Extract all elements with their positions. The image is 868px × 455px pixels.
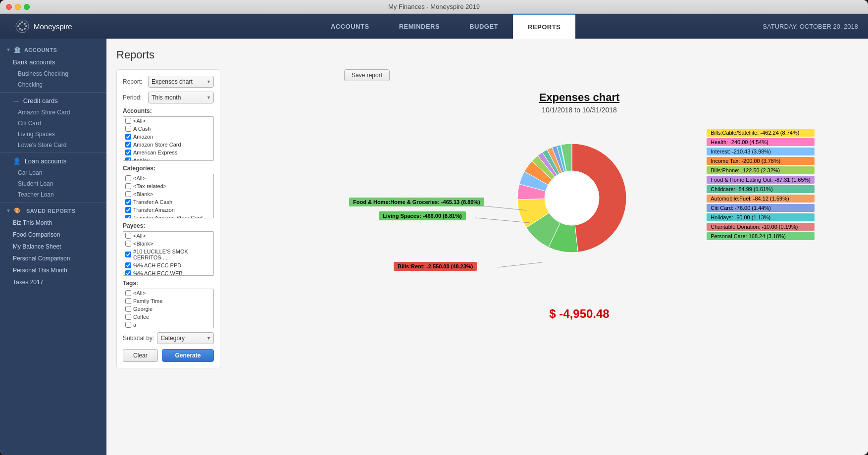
subtotal-select[interactable]: Category xyxy=(157,332,214,344)
tab-reminders[interactable]: REMINDERS xyxy=(384,14,455,39)
account-american-express[interactable]: American Express xyxy=(123,149,213,156)
payee-ach-ecc-web[interactable]: %% ACH ECC WEB xyxy=(123,269,213,276)
cat-blank[interactable]: <Blank> xyxy=(123,190,213,198)
tab-reports[interactable]: REPORTS xyxy=(513,14,575,39)
sidebar-item-bank-accounts[interactable]: Bank accounts xyxy=(0,56,106,68)
cat-transfer-amazon[interactable]: Transfer:Amazon xyxy=(123,206,213,214)
sidebar-item-lowes-store-card[interactable]: Lowe's Store Card xyxy=(0,140,106,151)
svg-point-5 xyxy=(21,29,23,31)
svg-point-9 xyxy=(546,172,598,224)
sidebar-saved-personal-this-month[interactable]: Personal This Month xyxy=(0,264,106,276)
legend-bills-phone: Bills:Phone: -122.50 (2.32%) xyxy=(707,166,815,174)
payee-lucilles-checkbox[interactable] xyxy=(125,252,131,257)
payee-ach-ecc-ppd[interactable]: %% ACH ECC PPD xyxy=(123,261,213,269)
sidebar-item-amazon-store-card[interactable]: Amazon Store Card xyxy=(0,107,106,118)
sidebar-accounts-header[interactable]: ▼ 🏦 ACCOUNTS xyxy=(0,44,106,56)
cat-all[interactable]: <All> xyxy=(123,174,213,182)
chart-date-range: 10/1/2018 to 10/31/2018 xyxy=(542,106,617,114)
tag-georgie[interactable]: Georgie xyxy=(123,305,213,313)
cat-tax-related-checkbox[interactable] xyxy=(125,183,131,189)
tag-georgie-checkbox[interactable] xyxy=(125,306,131,312)
categories-list-box[interactable]: <All> <Tax-related> <Blank> Transfe xyxy=(123,174,214,218)
account-all[interactable]: <All> xyxy=(123,117,213,125)
tag-all[interactable]: <All> xyxy=(123,289,213,297)
account-ashley[interactable]: Ashley xyxy=(123,156,213,161)
generate-button[interactable]: Generate xyxy=(162,349,214,362)
svg-point-1 xyxy=(19,23,21,25)
cat-transfer-a-cash[interactable]: Transfer:A Cash xyxy=(123,198,213,206)
sidebar-item-living-spaces[interactable]: Living Spaces xyxy=(0,129,106,140)
subtotal-select-wrapper[interactable]: Category xyxy=(157,332,214,344)
sidebar-saved-my-balance-sheet[interactable]: My Balance Sheet xyxy=(0,241,106,253)
minimize-button[interactable] xyxy=(15,4,21,10)
sidebar-item-checking[interactable]: Checking xyxy=(0,79,106,90)
logo-area: Moneyspire xyxy=(15,19,114,34)
tag-a-checkbox[interactable] xyxy=(125,322,131,328)
legend-automobile-fuel: Automobile:Fuel: -84.12 (1.59%) xyxy=(707,195,815,202)
account-amazon-checkbox[interactable] xyxy=(125,134,131,140)
account-amazon-store-card-checkbox[interactable] xyxy=(125,142,131,148)
tags-list-box[interactable]: <All> Family Time Georgie Coffee xyxy=(123,289,214,328)
saved-reports-icon: 🎨 xyxy=(14,207,21,214)
legend-interest: Interest: -210.43 (3.98%) xyxy=(707,148,815,155)
payee-ach-ecc-ppd-checkbox[interactable] xyxy=(125,262,131,268)
payee-ach-ecc-web-checkbox[interactable] xyxy=(125,270,131,276)
account-amazon[interactable]: Amazon xyxy=(123,133,213,141)
payee-all[interactable]: <All> xyxy=(123,232,213,240)
close-button[interactable] xyxy=(6,4,12,10)
account-all-checkbox[interactable] xyxy=(125,118,131,124)
tag-coffee-checkbox[interactable] xyxy=(125,314,131,320)
app-window: My Finances - Moneyspire 2019 Moneyspire… xyxy=(0,0,868,455)
legend-citi-card: Citi Card: -76.00 (1.44%) xyxy=(707,204,815,212)
account-amazon-store-card[interactable]: Amazon Store Card xyxy=(123,141,213,149)
sidebar-saved-personal-comparison[interactable]: Personal Comparison xyxy=(0,253,106,264)
tag-all-checkbox[interactable] xyxy=(125,290,131,296)
sidebar-item-business-checking[interactable]: Business Checking xyxy=(0,68,106,79)
cat-blank-checkbox[interactable] xyxy=(125,191,131,197)
report-select[interactable]: Expenses chart xyxy=(148,76,214,88)
legend-childcare: Childcare: -84.99 (1.61%) xyxy=(707,185,815,193)
cat-tax-related[interactable]: <Tax-related> xyxy=(123,182,213,190)
sidebar-item-credit-cards-header[interactable]: — Credit cards xyxy=(0,95,106,107)
cat-all-checkbox[interactable] xyxy=(125,175,131,181)
sidebar-saved-biz-this-month[interactable]: Biz This Month xyxy=(0,217,106,229)
sidebar-item-student-loan[interactable]: Student Loan xyxy=(0,178,106,189)
tab-accounts[interactable]: ACCOUNTS xyxy=(316,14,384,39)
payee-lucilles[interactable]: #10 LUCILLE'S SMOK CERRITOS ... xyxy=(123,248,213,261)
subtotal-row: Subtotal by: Category xyxy=(123,332,214,344)
tab-budget[interactable]: BUDGET xyxy=(455,14,513,39)
clear-button[interactable]: Clear xyxy=(123,349,158,362)
account-ashley-checkbox[interactable] xyxy=(125,157,131,161)
tag-family-time-checkbox[interactable] xyxy=(125,298,131,304)
account-a-cash-checkbox[interactable] xyxy=(125,126,131,132)
sidebar-item-teacher-loan[interactable]: Teacher Loan xyxy=(0,189,106,200)
sidebar-item-car-loan[interactable]: Car Loan xyxy=(0,167,106,178)
tag-a[interactable]: a xyxy=(123,321,213,328)
cat-transfer-amazon-store-card[interactable]: Transfer:Amazon Store Card xyxy=(123,214,213,218)
cat-transfer-a-cash-checkbox[interactable] xyxy=(125,199,131,205)
sidebar-item-citi-card[interactable]: Citi Card xyxy=(0,118,106,129)
sidebar-saved-taxes-2017[interactable]: Taxes 2017 xyxy=(0,276,106,288)
sidebar-saved-reports-header[interactable]: ▼ 🎨 SAVED REPORTS xyxy=(0,204,106,217)
tag-family-time[interactable]: Family Time xyxy=(123,297,213,305)
sidebar-item-loan-accounts-header[interactable]: 👤 Loan accounts xyxy=(0,155,106,167)
payee-all-checkbox[interactable] xyxy=(125,233,131,239)
payee-blank[interactable]: <Blank> xyxy=(123,240,213,248)
period-select-wrapper[interactable]: This month xyxy=(148,92,214,103)
period-select[interactable]: This month xyxy=(148,92,214,103)
save-report-button[interactable]: Save report xyxy=(344,69,390,81)
accounts-list-box[interactable]: <All> A Cash Amazon Amazon Store Ca xyxy=(123,116,214,161)
account-a-cash[interactable]: A Cash xyxy=(123,125,213,133)
account-american-express-checkbox[interactable] xyxy=(125,150,131,155)
legend-food-eating-out: Food & Home:Eating Out: -87.31 (1.65%) xyxy=(707,176,815,184)
period-control-row: Period: This month xyxy=(123,92,214,103)
maximize-button[interactable] xyxy=(24,4,30,10)
report-select-wrapper[interactable]: Expenses chart xyxy=(148,76,214,88)
payees-list-box[interactable]: <All> <Blank> #10 LUCILLE'S SMOK CERRITO… xyxy=(123,231,214,276)
tag-coffee[interactable]: Coffee xyxy=(123,313,213,321)
svg-point-8 xyxy=(25,25,27,27)
sidebar-saved-food-comparison[interactable]: Food Comparison xyxy=(0,229,106,241)
payee-blank-checkbox[interactable] xyxy=(125,241,131,247)
cat-transfer-amazon-store-card-checkbox[interactable] xyxy=(125,215,131,218)
cat-transfer-amazon-checkbox[interactable] xyxy=(125,207,131,213)
